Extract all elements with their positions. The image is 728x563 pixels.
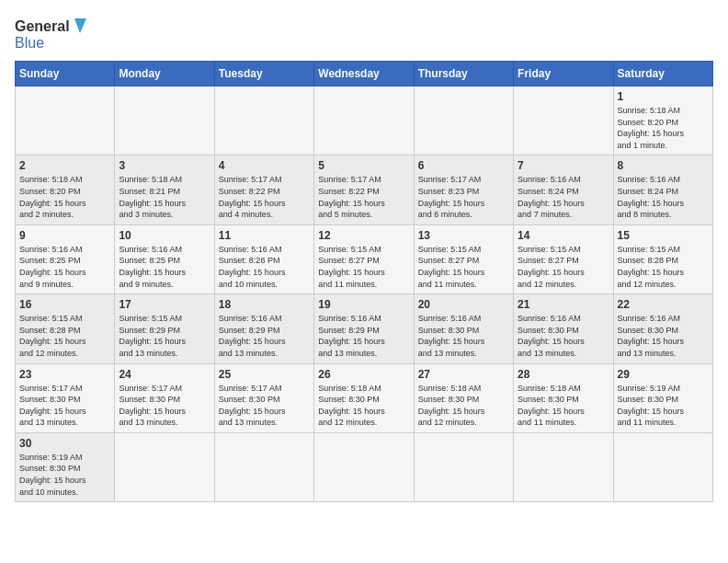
day-of-week-header: Wednesday — [314, 62, 414, 86]
calendar-day-cell: 23Sunrise: 5:17 AM Sunset: 8:30 PM Dayli… — [16, 363, 115, 432]
calendar-day-cell — [514, 432, 613, 501]
calendar-day-cell: 13Sunrise: 5:15 AM Sunset: 8:27 PM Dayli… — [414, 224, 513, 293]
day-of-week-header: Sunday — [16, 62, 115, 86]
day-info: Sunrise: 5:17 AM Sunset: 8:22 PM Dayligh… — [219, 174, 310, 220]
calendar-day-cell — [314, 432, 414, 501]
calendar-week-row: 2Sunrise: 5:18 AM Sunset: 8:20 PM Daylig… — [16, 155, 713, 224]
day-number: 2 — [19, 159, 110, 172]
calendar-day-cell: 3Sunrise: 5:18 AM Sunset: 8:21 PM Daylig… — [115, 155, 214, 224]
day-number: 19 — [318, 298, 409, 311]
day-number: 12 — [318, 229, 409, 242]
calendar-day-cell — [613, 432, 712, 501]
calendar-week-row: 30Sunrise: 5:19 AM Sunset: 8:30 PM Dayli… — [16, 432, 713, 501]
calendar-day-cell: 29Sunrise: 5:19 AM Sunset: 8:30 PM Dayli… — [613, 363, 712, 432]
day-info: Sunrise: 5:16 AM Sunset: 8:29 PM Dayligh… — [219, 313, 310, 359]
day-info: Sunrise: 5:16 AM Sunset: 8:29 PM Dayligh… — [318, 313, 409, 359]
day-number: 6 — [418, 159, 509, 172]
day-number: 4 — [219, 159, 310, 172]
calendar-day-cell — [115, 432, 214, 501]
day-number: 11 — [219, 229, 310, 242]
calendar-day-cell — [115, 86, 214, 155]
calendar-week-row: 1Sunrise: 5:18 AM Sunset: 8:20 PM Daylig… — [16, 86, 713, 155]
svg-text:Blue: Blue — [15, 35, 44, 51]
calendar-day-cell — [414, 86, 513, 155]
generalblue-logo-icon: GeneralBlue — [15, 15, 88, 52]
day-info: Sunrise: 5:15 AM Sunset: 8:27 PM Dayligh… — [518, 244, 609, 290]
calendar-day-cell: 16Sunrise: 5:15 AM Sunset: 8:28 PM Dayli… — [16, 294, 115, 363]
day-info: Sunrise: 5:15 AM Sunset: 8:27 PM Dayligh… — [418, 244, 509, 290]
day-number: 26 — [318, 368, 409, 381]
day-info: Sunrise: 5:17 AM Sunset: 8:22 PM Dayligh… — [318, 174, 409, 220]
calendar-day-cell — [414, 432, 513, 501]
day-info: Sunrise: 5:16 AM Sunset: 8:30 PM Dayligh… — [418, 313, 509, 359]
day-info: Sunrise: 5:15 AM Sunset: 8:27 PM Dayligh… — [318, 244, 409, 290]
day-of-week-header: Thursday — [414, 62, 513, 86]
day-info: Sunrise: 5:16 AM Sunset: 8:24 PM Dayligh… — [518, 174, 609, 220]
day-number: 22 — [618, 298, 709, 311]
calendar-day-cell — [514, 86, 613, 155]
day-info: Sunrise: 5:17 AM Sunset: 8:30 PM Dayligh… — [219, 383, 310, 429]
calendar-day-cell: 30Sunrise: 5:19 AM Sunset: 8:30 PM Dayli… — [16, 432, 115, 501]
day-number: 23 — [19, 368, 110, 381]
calendar-day-cell: 24Sunrise: 5:17 AM Sunset: 8:30 PM Dayli… — [115, 363, 214, 432]
day-info: Sunrise: 5:18 AM Sunset: 8:20 PM Dayligh… — [19, 174, 110, 220]
day-number: 13 — [418, 229, 509, 242]
calendar-header: SundayMondayTuesdayWednesdayThursdayFrid… — [16, 62, 713, 86]
day-number: 18 — [219, 298, 310, 311]
calendar-body: 1Sunrise: 5:18 AM Sunset: 8:20 PM Daylig… — [16, 86, 713, 502]
day-info: Sunrise: 5:17 AM Sunset: 8:30 PM Dayligh… — [19, 383, 110, 429]
calendar-day-cell: 14Sunrise: 5:15 AM Sunset: 8:27 PM Dayli… — [514, 224, 613, 293]
day-number: 1 — [618, 90, 709, 103]
day-info: Sunrise: 5:18 AM Sunset: 8:30 PM Dayligh… — [418, 383, 509, 429]
page-header: GeneralBlue — [15, 15, 713, 52]
day-info: Sunrise: 5:18 AM Sunset: 8:21 PM Dayligh… — [119, 174, 210, 220]
day-info: Sunrise: 5:15 AM Sunset: 8:29 PM Dayligh… — [119, 313, 210, 359]
day-number: 10 — [119, 229, 210, 242]
calendar-week-row: 9Sunrise: 5:16 AM Sunset: 8:25 PM Daylig… — [16, 224, 713, 293]
calendar-day-cell: 5Sunrise: 5:17 AM Sunset: 8:22 PM Daylig… — [314, 155, 414, 224]
calendar-table: SundayMondayTuesdayWednesdayThursdayFrid… — [15, 61, 713, 502]
day-info: Sunrise: 5:16 AM Sunset: 8:30 PM Dayligh… — [618, 313, 709, 359]
day-info: Sunrise: 5:16 AM Sunset: 8:26 PM Dayligh… — [219, 244, 310, 290]
day-of-week-header: Friday — [514, 62, 613, 86]
calendar-day-cell: 2Sunrise: 5:18 AM Sunset: 8:20 PM Daylig… — [16, 155, 115, 224]
calendar-day-cell: 19Sunrise: 5:16 AM Sunset: 8:29 PM Dayli… — [314, 294, 414, 363]
day-of-week-header: Saturday — [613, 62, 712, 86]
day-number: 21 — [518, 298, 609, 311]
svg-text:General: General — [15, 18, 70, 34]
calendar-day-cell: 18Sunrise: 5:16 AM Sunset: 8:29 PM Dayli… — [214, 294, 313, 363]
calendar-week-row: 23Sunrise: 5:17 AM Sunset: 8:30 PM Dayli… — [16, 363, 713, 432]
day-number: 20 — [418, 298, 509, 311]
day-number: 30 — [19, 437, 110, 450]
calendar-day-cell: 26Sunrise: 5:18 AM Sunset: 8:30 PM Dayli… — [314, 363, 414, 432]
day-info: Sunrise: 5:17 AM Sunset: 8:30 PM Dayligh… — [119, 383, 210, 429]
calendar-day-cell: 11Sunrise: 5:16 AM Sunset: 8:26 PM Dayli… — [214, 224, 313, 293]
day-info: Sunrise: 5:18 AM Sunset: 8:20 PM Dayligh… — [618, 105, 709, 151]
calendar-day-cell: 27Sunrise: 5:18 AM Sunset: 8:30 PM Dayli… — [414, 363, 513, 432]
day-number: 25 — [219, 368, 310, 381]
day-number: 7 — [518, 159, 609, 172]
day-info: Sunrise: 5:16 AM Sunset: 8:30 PM Dayligh… — [518, 313, 609, 359]
day-number: 28 — [518, 368, 609, 381]
calendar-day-cell: 25Sunrise: 5:17 AM Sunset: 8:30 PM Dayli… — [214, 363, 313, 432]
calendar-day-cell — [314, 86, 414, 155]
day-info: Sunrise: 5:17 AM Sunset: 8:23 PM Dayligh… — [418, 174, 509, 220]
calendar-day-cell: 10Sunrise: 5:16 AM Sunset: 8:25 PM Dayli… — [115, 224, 214, 293]
calendar-day-cell: 17Sunrise: 5:15 AM Sunset: 8:29 PM Dayli… — [115, 294, 214, 363]
day-number: 8 — [618, 159, 709, 172]
day-of-week-header: Monday — [115, 62, 214, 86]
day-number: 27 — [418, 368, 509, 381]
day-number: 9 — [19, 229, 110, 242]
calendar-day-cell: 7Sunrise: 5:16 AM Sunset: 8:24 PM Daylig… — [514, 155, 613, 224]
calendar-day-cell — [214, 432, 313, 501]
calendar-day-cell — [16, 86, 115, 155]
day-info: Sunrise: 5:18 AM Sunset: 8:30 PM Dayligh… — [518, 383, 609, 429]
calendar-day-cell — [214, 86, 313, 155]
svg-marker-2 — [74, 18, 86, 33]
calendar-day-cell: 20Sunrise: 5:16 AM Sunset: 8:30 PM Dayli… — [414, 294, 513, 363]
calendar-day-cell: 28Sunrise: 5:18 AM Sunset: 8:30 PM Dayli… — [514, 363, 613, 432]
day-info: Sunrise: 5:15 AM Sunset: 8:28 PM Dayligh… — [618, 244, 709, 290]
logo: GeneralBlue — [15, 15, 88, 52]
calendar-day-cell: 12Sunrise: 5:15 AM Sunset: 8:27 PM Dayli… — [314, 224, 414, 293]
calendar-day-cell: 4Sunrise: 5:17 AM Sunset: 8:22 PM Daylig… — [214, 155, 313, 224]
